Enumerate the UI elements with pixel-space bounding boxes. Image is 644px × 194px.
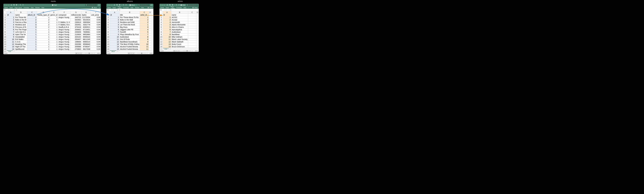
col-header-I[interactable]: I xyxy=(91,11,101,14)
cell-H4[interactable]: 3990994 xyxy=(82,21,90,23)
cell-C14[interactable]: 11 xyxy=(140,45,149,48)
save-icon[interactable] xyxy=(13,4,15,5)
view-page-layout[interactable]: ▤ xyxy=(78,53,80,54)
cell-D2[interactable] xyxy=(149,16,151,18)
undo-icon[interactable] xyxy=(123,4,124,5)
row-header-14[interactable]: 14 xyxy=(4,45,7,48)
ribbon-tab-data[interactable]: Data xyxy=(31,7,34,8)
cell-B15[interactable]: Alcohol Fueled Brewta xyxy=(120,48,140,50)
row-header-10[interactable]: 10 xyxy=(160,36,163,38)
cell-B10[interactable]: Audioslave xyxy=(120,36,140,38)
cell-A11[interactable]: 11 xyxy=(110,38,120,40)
ribbon-tab-insert[interactable]: Insert xyxy=(10,7,13,8)
row-header-1[interactable]: 1 xyxy=(4,14,7,16)
row-header-7[interactable]: 7 xyxy=(106,28,110,31)
zoom-out-button[interactable]: − xyxy=(136,53,136,54)
cell-B12[interactable]: BackBeat Soundtrack xyxy=(120,40,140,43)
col-header-G[interactable]: G xyxy=(70,11,82,14)
accept-entry-icon[interactable]: ✓ xyxy=(168,9,169,11)
cell-B13[interactable]: Body Count xyxy=(171,43,188,45)
cell-D3[interactable] xyxy=(149,18,151,21)
cell-A8[interactable]: 7 xyxy=(163,31,171,33)
cell-B15[interactable]: Spellbound xyxy=(15,48,27,50)
row-header-7[interactable]: 7 xyxy=(160,28,163,31)
cell-C9[interactable] xyxy=(188,33,196,36)
cell-A10[interactable]: 10 xyxy=(163,36,171,38)
row-header-8[interactable]: 8 xyxy=(4,31,7,33)
cell-A11[interactable]: 10 xyxy=(7,38,15,40)
sheet-tab-active[interactable]: Track xyxy=(7,50,12,52)
cell-D6[interactable] xyxy=(196,26,198,28)
cell-F2[interactable]: Angus Young xyxy=(58,16,70,18)
cell-A13[interactable]: 13 xyxy=(163,43,171,45)
cell-C4[interactable]: 2 xyxy=(140,21,149,23)
cell-C5[interactable]: 3 xyxy=(27,23,37,26)
search-input[interactable] xyxy=(88,4,96,6)
cell-F3[interactable] xyxy=(58,18,70,21)
row-header-12[interactable]: 12 xyxy=(4,40,7,43)
view-normal[interactable]: ▦ xyxy=(128,53,130,54)
cell-G13[interactable]: 263288 xyxy=(70,43,82,45)
zoom-slider[interactable] xyxy=(182,51,192,51)
cell-C11[interactable]: 1 xyxy=(27,38,37,40)
select-all-corner[interactable] xyxy=(160,11,163,14)
cell-F9[interactable]: Angus Young xyxy=(58,33,70,36)
home-icon[interactable] xyxy=(11,4,12,5)
cell-H14[interactable]: 6706347 xyxy=(82,45,90,48)
row-header-3[interactable]: 3 xyxy=(106,18,110,21)
cell-A6[interactable]: 5 xyxy=(163,26,171,28)
chevron-down-icon[interactable]: ▾ xyxy=(99,9,101,10)
cell-C10[interactable]: 1 xyxy=(27,36,37,38)
cell-I2[interactable]: 0.99 xyxy=(91,16,101,18)
formula-input[interactable]: 1 xyxy=(119,9,152,11)
cell-E11[interactable]: 1 xyxy=(50,38,58,40)
col-header-D[interactable]: D xyxy=(196,11,198,14)
ribbon-tab-home[interactable]: Home xyxy=(4,7,8,8)
cell-D12[interactable] xyxy=(196,40,198,43)
zoom-icon[interactable] xyxy=(164,5,165,6)
cell-F13[interactable]: Angus Young xyxy=(58,43,70,45)
row-header-11[interactable]: 11 xyxy=(160,38,163,40)
cell-C10[interactable]: 8 xyxy=(140,36,149,38)
cell-H12[interactable]: 6566314 xyxy=(82,40,90,43)
cell-C11[interactable] xyxy=(188,38,196,40)
sheet-tab-active[interactable]: Album xyxy=(110,50,116,52)
select-all-corner[interactable] xyxy=(4,11,7,14)
cell-B3[interactable]: Balls to the W xyxy=(15,18,27,21)
cell-C2[interactable] xyxy=(188,16,196,18)
cell-D3[interactable]: 2 xyxy=(37,18,50,21)
cell-D14[interactable]: 1 xyxy=(37,45,50,48)
row-header-2[interactable]: 2 xyxy=(160,16,163,18)
cell-B7[interactable]: Put The Finge xyxy=(15,28,27,31)
cell-C2[interactable]: 1 xyxy=(140,16,149,18)
view-page-layout[interactable]: ▤ xyxy=(176,50,178,52)
ribbon-tab-page layout[interactable]: Page Layout xyxy=(15,7,22,8)
cell-B11[interactable]: Out Of Exile xyxy=(120,38,140,40)
chevron-down-icon[interactable]: ▾ xyxy=(197,9,199,10)
ribbon-tab-formulas[interactable]: Formulas xyxy=(24,7,29,8)
print-icon[interactable] xyxy=(119,4,120,5)
cell-H8[interactable]: 7636561 xyxy=(82,31,90,33)
cell-A2[interactable]: 1 xyxy=(163,16,171,18)
row-header-4[interactable]: 4 xyxy=(106,21,110,23)
row-header-14[interactable]: 14 xyxy=(106,45,110,48)
col-header-A[interactable]: A xyxy=(163,11,171,14)
cell-B14[interactable]: Alcohol Fueled Brewta xyxy=(120,45,140,48)
view-normal[interactable]: ▦ xyxy=(75,53,78,54)
cell-G2[interactable]: 343719 xyxy=(70,16,82,18)
row-header-2[interactable]: 2 xyxy=(4,16,7,18)
cell-B3[interactable]: Accept xyxy=(171,18,188,21)
row-header-8[interactable]: 8 xyxy=(106,31,110,33)
cell-F5[interactable]: F. Baltes, R.A xyxy=(58,23,70,26)
cell-A15[interactable]: 14 xyxy=(7,48,15,50)
search-input[interactable] xyxy=(189,4,198,6)
cell-A10[interactable]: 9 xyxy=(7,36,15,38)
col-header-A[interactable]: A xyxy=(7,11,15,14)
prev-sheet-icon[interactable]: ◀ xyxy=(107,51,108,52)
cell-D10[interactable] xyxy=(149,36,151,38)
row-header-6[interactable]: 6 xyxy=(160,26,163,28)
cell-B9[interactable]: Inject The Ve xyxy=(15,33,27,36)
cell-G12[interactable]: 199836 xyxy=(70,40,82,43)
cell-C6[interactable]: 3 xyxy=(140,26,149,28)
cell-I5[interactable]: 0.99 xyxy=(91,23,101,26)
